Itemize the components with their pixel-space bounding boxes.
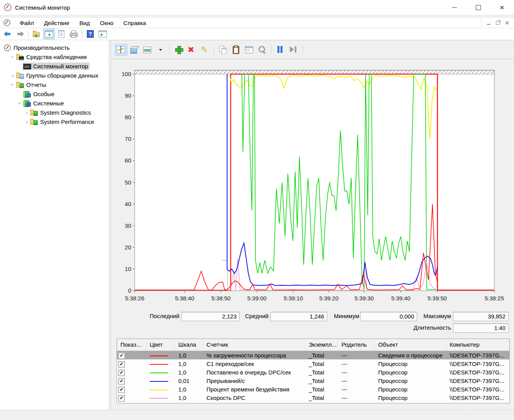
close-button[interactable]: ✕ <box>490 0 514 15</box>
tree-item-7[interactable]: ›System Diagnostics <box>0 108 109 117</box>
properties-doc-button[interactable] <box>56 29 67 39</box>
column-header-5[interactable]: Родитель <box>338 339 375 351</box>
minimize-icon <box>452 7 457 8</box>
counter-cell: Скорость DPC <box>203 395 305 401</box>
x-tick-label: 5:39:40 <box>391 295 411 301</box>
statusbar-separator <box>470 411 470 419</box>
duration-value: 1:40 <box>453 323 509 333</box>
counter-row-0[interactable]: ✔1,0% загруженности процессора_Total---С… <box>117 351 509 359</box>
properties-button[interactable] <box>243 44 255 56</box>
last-value: 2,123 <box>181 312 240 321</box>
mdi-minimize-button[interactable] <box>484 19 493 26</box>
minimize-button[interactable] <box>442 0 466 15</box>
tree-item-3[interactable]: ›Группы сборщиков данных <box>0 71 109 80</box>
delete-counter-button[interactable] <box>186 44 198 56</box>
column-header-6[interactable]: Объект <box>375 339 446 351</box>
column-header-3[interactable]: Счетчик <box>203 339 305 351</box>
color-cell <box>146 386 175 393</box>
statusbar-separator <box>401 411 402 419</box>
expander-open-icon[interactable]: › <box>10 54 16 60</box>
expander-open-icon[interactable]: › <box>17 100 23 106</box>
y-tick-label: 10 <box>125 266 131 272</box>
highlight-button[interactable] <box>199 44 211 56</box>
menu-item-3[interactable]: Окно <box>95 19 118 27</box>
color-swatch <box>150 381 168 382</box>
tree-item-6[interactable]: ›Системные <box>0 98 109 108</box>
view-chart-button[interactable] <box>115 44 127 56</box>
tree-item-label: Производительность <box>14 44 70 51</box>
show-checkbox[interactable]: ✔ <box>118 387 125 393</box>
column-header-4[interactable]: Экземпл... <box>305 339 338 351</box>
column-header-7[interactable]: Компьютер <box>446 339 509 351</box>
y-tick-label: 80 <box>125 114 131 120</box>
computer-cell: \\DESKTOP-7397G... <box>446 361 509 367</box>
counter-row-3[interactable]: ✔0,01Прерываний/с_Total---Процессор\\DES… <box>117 376 509 385</box>
export-button[interactable] <box>31 29 42 39</box>
update-data-button[interactable] <box>287 44 300 56</box>
y-tick-label: 30 <box>125 222 131 229</box>
copy-properties-button[interactable] <box>217 44 229 56</box>
forward-button[interactable] <box>14 29 26 39</box>
instance-cell: _Total <box>305 378 338 384</box>
menu-item-1[interactable]: Действие <box>39 19 74 27</box>
scale-cell: 1,0 <box>175 369 203 376</box>
show-checkbox[interactable]: ✔ <box>118 378 125 384</box>
expander-closed-icon[interactable]: › <box>24 119 30 125</box>
view-report-button[interactable] <box>141 44 154 56</box>
help-button[interactable] <box>85 29 96 39</box>
tree-item-label: Особые <box>33 91 54 97</box>
counter-cell: % загруженности процессора <box>203 352 305 359</box>
show-cell: ✔ <box>117 394 146 401</box>
object-cell: Процессор <box>375 369 446 376</box>
tree-item-0[interactable]: Производительность <box>0 43 109 52</box>
mdi-close-button[interactable]: ✕ <box>502 19 512 26</box>
show-action-pane-icon <box>98 30 107 38</box>
expander-open-icon[interactable]: › <box>10 82 16 88</box>
y-tick-label: 20 <box>125 244 131 251</box>
column-header-0[interactable]: Показ... <box>117 339 146 351</box>
expander-closed-icon[interactable]: › <box>24 110 30 115</box>
counter-row-1[interactable]: ✔1,0C1 переходов/сек_Total---Процессор\\… <box>117 359 509 368</box>
add-counter-button[interactable] <box>172 44 185 56</box>
counter-row-5[interactable]: ✔1,0Скорость DPC_Total---Процессор\\DESK… <box>117 393 509 402</box>
tree-item-2[interactable]: Системный монитор <box>0 61 109 71</box>
freeze-display-button[interactable] <box>274 44 287 56</box>
view-histogram-button[interactable] <box>128 44 140 56</box>
timebar-hatch <box>135 70 494 74</box>
book-user-icon <box>23 91 31 97</box>
counter-row-2[interactable]: ✔1,0Поставлено в очередь DPC/сек_Total--… <box>117 368 509 376</box>
maximum-label: Максимум <box>418 312 451 321</box>
print-button[interactable] <box>68 29 79 39</box>
column-header-2[interactable]: Шкала <box>175 339 203 351</box>
show-console-tree-button[interactable] <box>43 29 55 39</box>
show-checkbox[interactable]: ✔ <box>118 370 125 376</box>
parent-cell: --- <box>338 395 375 401</box>
show-checkbox[interactable]: ✔ <box>118 395 125 401</box>
toolbar-separator <box>214 45 214 54</box>
tree-item-4[interactable]: ›Отчеты <box>0 80 109 89</box>
show-checkbox[interactable]: ✔ <box>118 353 125 359</box>
back-button[interactable] <box>2 29 14 39</box>
x-tick-label: 5:38:50 <box>211 295 231 301</box>
counter-row-4[interactable]: ✔1,0Процент времени бездействия_Total---… <box>117 385 509 393</box>
paste-counter-list-button[interactable] <box>230 44 242 56</box>
maximize-button[interactable] <box>466 0 490 15</box>
computer-cell: \\DESKTOP-7397G... <box>446 378 509 384</box>
expander-closed-icon[interactable]: › <box>10 73 16 78</box>
zoom-button[interactable] <box>256 44 269 56</box>
tree-item-5[interactable]: Особые <box>0 89 109 98</box>
menu-item-2[interactable]: Вид <box>74 19 95 27</box>
show-action-pane-button[interactable] <box>97 29 108 39</box>
mdi-restore-button[interactable] <box>493 19 502 26</box>
column-header-1[interactable]: Цвет <box>146 339 175 351</box>
y-tick-label: 50 <box>125 179 131 186</box>
color-cell <box>146 369 175 376</box>
show-checkbox[interactable]: ✔ <box>118 361 125 368</box>
tree-item-8[interactable]: ›System Performance <box>0 117 109 126</box>
object-cell: Процессор <box>375 395 446 401</box>
menu-item-0[interactable]: Файл <box>15 19 39 27</box>
menu-item-4[interactable]: Справка <box>118 19 151 27</box>
tree-item-1[interactable]: ›Средства наблюдения <box>0 52 109 61</box>
minimum-value: 0,000 <box>360 312 417 321</box>
view-menu-caret-button[interactable] <box>154 44 167 56</box>
